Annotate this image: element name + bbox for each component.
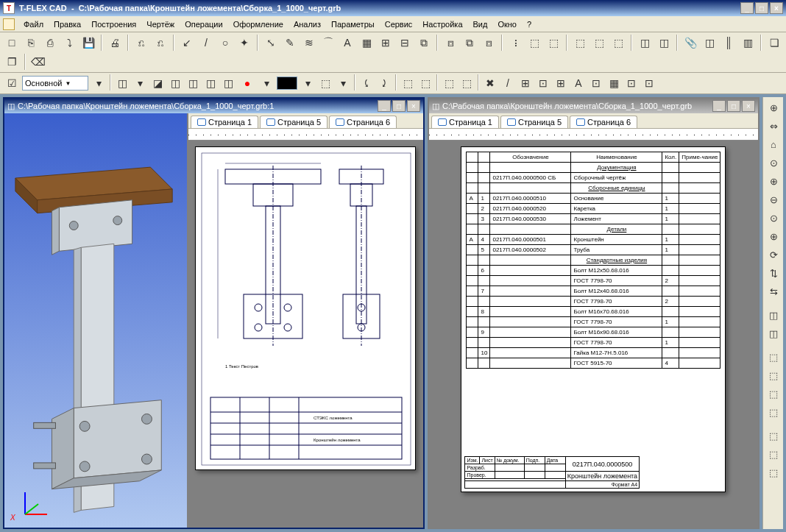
menu-edit[interactable]: Правка — [49, 18, 85, 30]
toolbar-icon-32[interactable]: ⬚ — [545, 34, 562, 52]
mdi1-max-button[interactable]: □ — [392, 100, 406, 112]
menu-constructions[interactable]: Построения — [87, 18, 141, 30]
prop-icon-c-19[interactable]: ⊡ — [587, 74, 605, 92]
prop-icon-a-2[interactable]: ◫ — [113, 74, 131, 92]
prop-icon-a-5[interactable]: ◫ — [166, 74, 184, 92]
prop-icon-c-15[interactable]: ⊞ — [517, 74, 534, 92]
menu-window[interactable]: Окно — [493, 18, 521, 30]
toolbar-icon-24[interactable]: ⧉ — [415, 34, 433, 52]
prop-icon-c-11[interactable]: ⬚ — [458, 74, 475, 92]
mdi2-tab-page6[interactable]: Страница 6 — [570, 116, 637, 128]
color-dd-icon[interactable]: ▾ — [258, 74, 275, 92]
toolbar-icon-26[interactable]: ⧈ — [442, 34, 459, 52]
layer-visible-icon[interactable]: ☑ — [3, 74, 21, 92]
toolbar-icon-34[interactable]: ⬚ — [571, 34, 589, 52]
toolbar-icon-22[interactable]: ⊞ — [377, 34, 394, 52]
toolbar-icon-11[interactable]: ↙ — [178, 34, 196, 52]
mdi1-min-button[interactable]: _ — [378, 100, 391, 112]
side-tool-16[interactable]: ⬚ — [765, 366, 782, 384]
toolbar-icon-28[interactable]: ⧈ — [480, 34, 498, 52]
side-tool-1[interactable]: ⇔ — [765, 117, 782, 135]
toolbar-icon-27[interactable]: ⧉ — [461, 34, 478, 52]
toolbar-icon-30[interactable]: ⫶ — [506, 34, 524, 52]
toolbar-icon-44[interactable]: ▥ — [739, 34, 757, 52]
toolbar-icon-16[interactable]: ⤡ — [262, 34, 280, 52]
toolbar-icon-4[interactable]: 💾 — [79, 34, 97, 52]
3d-viewport[interactable]: X — [4, 113, 188, 528]
toolbar-icon-35[interactable]: ⬚ — [590, 34, 608, 52]
prop-icon-c-4[interactable]: ⤹ — [358, 74, 375, 92]
toolbar-icon-49[interactable]: ⌫ — [29, 53, 47, 71]
prop-icon-c-8[interactable]: ⬚ — [417, 74, 434, 92]
mdi2-titlebar[interactable]: ◫ С:\Рабочая папка\Кронштейн ложемента\С… — [429, 99, 758, 113]
side-tool-7[interactable]: ⊕ — [765, 227, 782, 245]
side-tool-20[interactable]: ⬚ — [765, 427, 782, 444]
mdi2-tab-page1[interactable]: Страница 1 — [431, 116, 499, 128]
close-button[interactable]: × — [770, 2, 783, 14]
layer-combo[interactable]: Основной▼ — [22, 76, 88, 91]
prop-icon-c-2[interactable]: ▾ — [334, 74, 352, 92]
mdi2-close-button[interactable]: × — [742, 100, 755, 112]
side-tool-15[interactable]: ⬚ — [765, 348, 782, 366]
toolbar-icon-42[interactable]: ◫ — [701, 34, 718, 52]
prop-icon-a-0[interactable]: ▾ — [90, 74, 107, 92]
toolbar-icon-17[interactable]: ✎ — [281, 34, 299, 52]
minimize-button[interactable]: _ — [740, 2, 754, 14]
side-tool-17[interactable]: ⬚ — [765, 385, 782, 402]
menu-view[interactable]: Вид — [469, 18, 492, 30]
toolbar-icon-6[interactable]: 🖨 — [106, 34, 124, 52]
menu-service[interactable]: Сервис — [380, 18, 417, 30]
toolbar-icon-14[interactable]: ✦ — [236, 34, 253, 52]
menu-help[interactable]: ? — [523, 18, 536, 30]
prop-icon-c-5[interactable]: ⤸ — [375, 74, 393, 92]
tab-page6[interactable]: Страница 6 — [329, 116, 397, 128]
toolbar-icon-0[interactable]: □ — [3, 34, 21, 52]
menu-operations[interactable]: Операции — [180, 18, 227, 30]
toolbar-icon-19[interactable]: ⌒ — [319, 34, 337, 52]
prop-icon-a-8[interactable]: ◫ — [219, 74, 237, 92]
prop-icon-c-20[interactable]: ▦ — [605, 74, 623, 92]
prop-icon-c-0[interactable]: ▾ — [299, 74, 316, 92]
toolbar-icon-9[interactable]: ⎌ — [152, 34, 169, 52]
menu-parameters[interactable]: Параметры — [327, 18, 379, 30]
mdi2-tab-page5[interactable]: Страница 5 — [500, 116, 568, 128]
toolbar-icon-47[interactable]: ❐ — [3, 53, 21, 71]
maximize-button[interactable]: □ — [755, 2, 768, 14]
bom-paper-area[interactable]: Обозначение Наименование Кол. Приме-чани… — [429, 141, 758, 528]
menu-design[interactable]: Оформление — [229, 18, 288, 30]
toolbar-icon-20[interactable]: A — [339, 34, 356, 52]
toolbar-icon-21[interactable]: ▦ — [358, 34, 375, 52]
side-tool-18[interactable]: ⬚ — [765, 403, 782, 421]
side-tool-21[interactable]: ⬚ — [765, 445, 782, 463]
toolbar-icon-39[interactable]: ◫ — [655, 34, 673, 52]
toolbar-icon-3[interactable]: ⤵ — [60, 34, 78, 52]
menu-drawing[interactable]: Чертёж — [142, 18, 179, 30]
prop-icon-c-7[interactable]: ⬚ — [399, 74, 417, 92]
prop-icon-c-16[interactable]: ⊡ — [534, 74, 552, 92]
side-tool-3[interactable]: ⊙ — [765, 154, 782, 171]
toolbar-icon-38[interactable]: ◫ — [636, 34, 654, 52]
current-color-swatch[interactable] — [277, 77, 297, 90]
drawing-paper-area[interactable]: 1 Текст Пестров — [188, 141, 423, 528]
side-tool-8[interactable]: ⟳ — [765, 246, 782, 263]
toolbar-icon-12[interactable]: / — [197, 34, 215, 52]
color-red-icon[interactable]: ● — [238, 74, 256, 92]
prop-icon-c-13[interactable]: ✖ — [481, 74, 499, 92]
prop-icon-c-1[interactable]: ⬚ — [316, 74, 334, 92]
tab-page1[interactable]: Страница 1 — [191, 116, 258, 128]
side-tool-0[interactable]: ⊕ — [765, 99, 782, 116]
menu-analysis[interactable]: Анализ — [289, 18, 325, 30]
side-tool-9[interactable]: ⇅ — [765, 264, 782, 282]
toolbar-icon-1[interactable]: ⎘ — [22, 34, 40, 52]
mdi1-close-button[interactable]: × — [407, 100, 420, 112]
prop-icon-a-4[interactable]: ◪ — [149, 74, 166, 92]
side-tool-13[interactable]: ◫ — [765, 324, 782, 342]
prop-icon-c-21[interactable]: ⊡ — [623, 74, 640, 92]
toolbar-icon-31[interactable]: ⬚ — [525, 34, 543, 52]
prop-icon-c-18[interactable]: A — [570, 74, 587, 92]
prop-icon-c-10[interactable]: ⬚ — [440, 74, 458, 92]
side-tool-2[interactable]: ⌂ — [765, 135, 782, 153]
side-tool-12[interactable]: ◫ — [765, 306, 782, 324]
mdi2-min-button[interactable]: _ — [712, 100, 726, 112]
side-tool-6[interactable]: ⊙ — [765, 209, 782, 227]
